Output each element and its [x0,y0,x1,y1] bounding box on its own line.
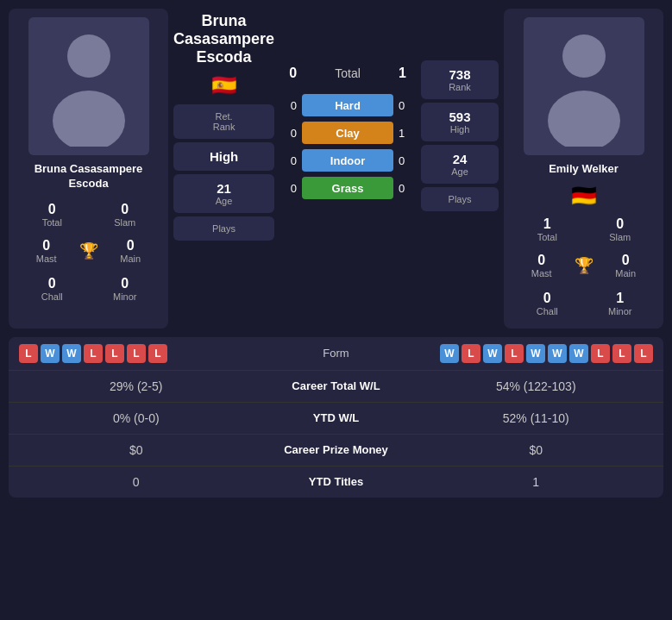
comparison-rows-container: 29% (2-5)Career Total W/L54% (122-103)0%… [9,370,663,498]
right-trophy-icon: 🏆 [573,249,595,282]
right-slam-stat: 0 Slam [586,213,656,246]
right-form-badge-5: W [548,344,567,363]
right-mast-stat: 0 Mast [512,249,571,282]
right-plays-box: Plays [421,187,499,211]
indoor-score-right: 0 [399,154,416,167]
comp-label-1: YTD W/L [250,411,423,424]
right-chall-stat-grid: 0 Chall 1 Minor [512,287,655,320]
right-high-box: 593 High [421,103,499,141]
left-minor-stat: 0 Minor [91,272,160,305]
comp-label-3: YTD Titles [250,475,423,488]
form-row: LWWLLLL Form WLWLWWWLLL [9,337,663,370]
comp-right-0: 54% (122-103) [423,379,650,393]
right-form-badge-9: L [634,344,653,363]
left-age-box: 21 Age [173,174,274,213]
surface-row-indoor: 0 Indoor 0 [279,148,416,172]
left-form-badge-3: L [84,344,103,363]
right-chall-stat: 0 Chall [512,287,582,320]
left-flag: 🇪🇸 [173,73,274,97]
center-left: Bruna Casasampere Escoda 🇪🇸 Ret. Rank Hi… [173,9,274,329]
total-row: 0 Total 1 [279,60,416,86]
comp-left-0: 29% (2-5) [22,379,250,393]
comp-label-0: Career Total W/L [250,379,423,392]
right-form-badge-2: W [483,344,502,363]
svg-point-0 [67,34,110,78]
comp-right-3: 1 [423,475,650,489]
hard-bar[interactable]: Hard [302,94,393,116]
left-form-badge-2: W [62,344,81,363]
indoor-score-left: 0 [279,154,297,167]
clay-score-right: 1 [399,127,416,140]
indoor-bar[interactable]: Indoor [302,149,393,172]
comp-left-3: 0 [22,475,250,489]
right-stats-grid: 1 Total 0 Slam [512,213,655,246]
right-form-badge-3: L [505,344,524,363]
right-rank-box: 738 Rank [421,60,499,99]
total-score-left: 0 [279,66,297,81]
right-form-badge-4: W [526,344,545,363]
right-total-stat: 1 Total [512,213,582,246]
right-mast-row: 0 Mast 🏆 0 Main [512,249,655,282]
right-minor-stat: 1 Minor [586,287,656,320]
comparison-top: Bruna Casasampere Escoda 0 Total 0 Slam … [9,9,663,329]
left-player-name: Bruna Casasampere Escoda [17,162,160,191]
form-label: Form [293,347,380,360]
left-ret-rank-box: Ret. Rank [173,104,274,139]
right-form-badge-0: W [440,344,459,363]
form-badges-right: WLWLWWWLLL [380,344,654,363]
hard-score-left: 0 [279,99,297,112]
surface-row-clay: 0 Clay 1 [279,121,416,145]
comp-label-2: Career Prize Money [250,443,423,456]
left-form-badge-1: W [41,344,60,363]
svg-point-2 [562,34,606,78]
comp-left-1: 0% (0-0) [22,411,250,425]
stats-bottom: LWWLLLL Form WLWLWWWLLL 29% (2-5)Career … [9,337,663,498]
left-stat-row-mast: 0 Mast 🏆 0 Main [17,235,160,267]
right-flag: 🇩🇪 [512,184,655,208]
left-main-stat: 0 Main [102,235,160,267]
total-label: Total [302,66,393,80]
right-form-badge-7: L [591,344,610,363]
comparison-row-3: 0YTD Titles1 [9,466,663,498]
left-high-box: High [173,142,274,171]
comparison-row-0: 29% (2-5)Career Total W/L54% (122-103) [9,370,663,402]
left-plays-box: Plays [173,216,274,241]
total-score-right: 1 [399,66,416,81]
left-form-badge-4: L [105,344,124,363]
left-player-avatar [28,17,149,155]
right-info: 738 Rank 593 High 24 Age Plays [421,9,499,329]
comp-right-2: $0 [423,443,650,457]
svg-point-1 [53,91,125,147]
right-form-badge-6: W [569,344,588,363]
left-trophy-icon: 🏆 [78,235,100,267]
grass-bar[interactable]: Grass [302,177,393,199]
right-form-badge-1: L [462,344,480,363]
right-main-stat: 0 Main [597,249,656,282]
right-form-badge-8: L [612,344,631,363]
surface-row-grass: 0 Grass 0 [279,176,416,200]
left-chall-stat-grid: 0 Chall 0 Minor [17,272,160,305]
right-player-card: Emily Welker 🇩🇪 1 Total 0 Slam 0 Mast [504,9,663,329]
left-slam-stat: 0 Slam [91,198,160,231]
right-player-avatar [524,17,644,155]
hard-score-right: 0 [399,99,416,112]
left-stats-grid: 0 Total 0 Slam [17,198,160,231]
grass-score-right: 0 [399,182,416,195]
right-age-box: 24 Age [421,145,499,184]
comp-left-2: $0 [22,443,250,457]
middle-section: Bruna Casasampere Escoda 🇪🇸 Ret. Rank Hi… [168,9,504,329]
left-total-stat: 0 Total [17,198,87,231]
main-container: Bruna Casasampere Escoda 0 Total 0 Slam … [0,0,672,506]
comp-right-1: 52% (11-10) [423,411,650,425]
clay-bar[interactable]: Clay [302,122,393,144]
comparison-row-2: $0Career Prize Money$0 [9,434,663,466]
left-player-card: Bruna Casasampere Escoda 0 Total 0 Slam … [9,9,168,329]
clay-score-left: 0 [279,127,297,140]
left-form-badge-6: L [148,344,167,363]
left-chall-stat: 0 Chall [17,272,87,305]
left-form-badge-0: L [19,344,38,363]
surface-bars: 0 Total 1 0 Hard 0 0 Clay 1 0 [279,9,416,329]
left-form-badge-5: L [127,344,146,363]
right-player-name: Emily Welker [512,162,655,177]
left-mast-stat: 0 Mast [17,235,76,267]
